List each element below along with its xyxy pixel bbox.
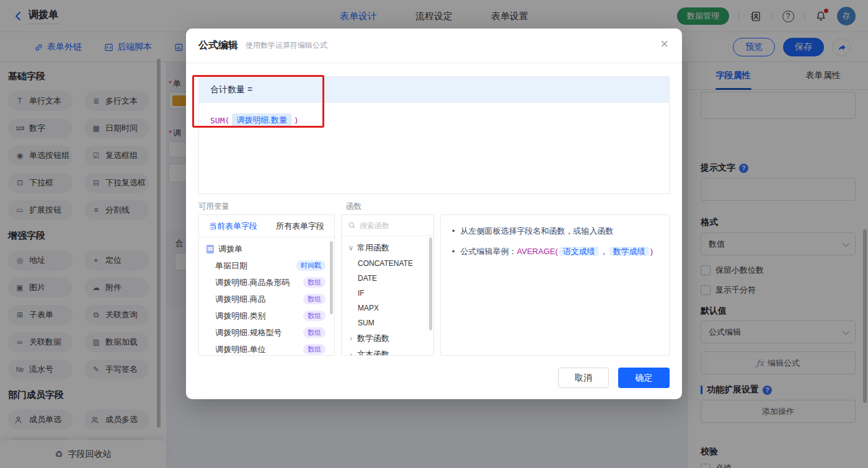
variable-name: 调拨明细.单位 (215, 344, 266, 355)
variable-row[interactable]: 单据日期 时间戳 (199, 257, 334, 274)
chevron-right-icon: › (348, 334, 354, 343)
function-token: SUM( (210, 116, 229, 125)
function-item-date[interactable]: DATE (342, 271, 433, 286)
paren-token: ) (650, 247, 653, 256)
formula-target: 合计数量 = (210, 84, 252, 95)
variable-row[interactable]: 调拨明细.商品 数组 (199, 291, 334, 307)
group-label: 文本函数 (357, 349, 389, 356)
example-chip: 数学成绩 (609, 247, 649, 256)
group-label: 常用函数 (357, 242, 389, 254)
formula-editor[interactable]: 合计数量 = SUM( 调拨明细.数量 ) (198, 76, 670, 194)
variable-name: 调拨明细.商品条形码 (215, 277, 290, 288)
type-badge: 数组 (303, 311, 326, 321)
functions-label: 函数 (346, 201, 361, 212)
type-badge: 数组 (303, 277, 326, 288)
tip-example: 公式编辑举例：AVERAGE(语文成绩，数学成绩) (461, 245, 653, 258)
cancel-button[interactable]: 取消 (558, 368, 609, 388)
confirm-button[interactable]: 确定 (618, 368, 670, 388)
variables-panel: 当前表单字段 所有表单字段 调拨单 单据日期 时间戳 调拨明细.商品条形码 数组… (198, 214, 335, 356)
function-group-math[interactable]: › 数学函数 (342, 330, 433, 347)
field-chip[interactable]: 调拨明细.数量 (232, 113, 291, 127)
example-chip: 语文成绩 (559, 247, 599, 256)
formula-target-bar: 合计数量 = (199, 77, 669, 103)
function-item-if[interactable]: IF (342, 286, 433, 301)
function-item-mapx[interactable]: MAPX (342, 301, 433, 316)
tip-prefix: 公式编辑举例： (461, 247, 517, 256)
functions-scrollbar[interactable] (429, 237, 432, 330)
bullet: • (452, 225, 455, 237)
formula-edit-modal: 公式编辑 使用数学运算符编辑公式 × 合计数量 = SUM( 调拨明细.数量 )… (186, 29, 682, 399)
bullet: • (452, 245, 455, 258)
tree-root-form[interactable]: 调拨单 (199, 241, 334, 257)
tab-current-form-fields[interactable]: 当前表单字段 (209, 221, 257, 232)
function-item-sum[interactable]: SUM (342, 316, 433, 330)
tip-line-1: • 从左侧面板选择字段名和函数，或输入函数 (452, 225, 658, 237)
modal-subtitle: 使用数学运算符编辑公式 (246, 40, 327, 51)
tip-text: 从左侧面板选择字段名和函数，或输入函数 (461, 225, 614, 237)
variable-name: 单据日期 (215, 260, 247, 272)
formula-expression[interactable]: SUM( 调拨明细.数量 ) (199, 103, 669, 138)
variable-name: 调拨明细.商品 (215, 294, 266, 305)
variables-scrollbar[interactable] (330, 241, 333, 314)
group-label: 数学函数 (357, 333, 389, 344)
variable-row[interactable]: 调拨明细.单位 数组 (199, 341, 334, 356)
comma: ， (600, 247, 608, 256)
tab-all-form-fields[interactable]: 所有表单字段 (276, 221, 324, 232)
chevron-right-icon: › (348, 350, 354, 356)
app: 调拨单 表单设计 流程设定 表单设置 数据管理 ? (0, 0, 868, 468)
chevron-down-icon: ∨ (348, 244, 354, 252)
search-icon (348, 221, 356, 229)
tree-root-label: 调拨单 (218, 244, 242, 255)
document-icon (206, 245, 214, 254)
paren-token: ) (294, 116, 299, 125)
modal-title: 公式编辑 (198, 39, 238, 52)
function-group-common[interactable]: ∨ 常用函数 (342, 240, 433, 256)
variable-name: 调拨明细.类别 (215, 311, 266, 322)
tips-panel: • 从左侧面板选择字段名和函数，或输入函数 • 公式编辑举例：AVERAGE(语… (440, 214, 670, 356)
functions-panel: ∨ 常用函数 CONCATENATE DATE IF MAPX SUM › 数学… (341, 214, 434, 356)
variable-name: 调拨明细.规格型号 (215, 327, 282, 338)
type-badge: 数组 (303, 344, 326, 355)
function-group-text[interactable]: › 文本函数 (342, 347, 433, 356)
variable-row[interactable]: 调拨明细.类别 数组 (199, 307, 334, 324)
function-search-input[interactable] (360, 221, 418, 230)
type-badge: 数组 (303, 327, 326, 338)
tip-line-2: • 公式编辑举例：AVERAGE(语文成绩，数学成绩) (452, 245, 658, 258)
function-item-concatenate[interactable]: CONCATENATE (342, 256, 433, 271)
type-badge: 时间戳 (296, 260, 326, 271)
variable-row[interactable]: 调拨明细.规格型号 数组 (199, 324, 334, 341)
variable-row[interactable]: 调拨明细.商品条形码 数组 (199, 274, 334, 291)
type-badge: 数组 (303, 294, 326, 304)
close-icon[interactable]: × (660, 37, 668, 51)
example-function: AVERAGE( (517, 247, 558, 256)
variables-label: 可用变量 (198, 201, 229, 212)
